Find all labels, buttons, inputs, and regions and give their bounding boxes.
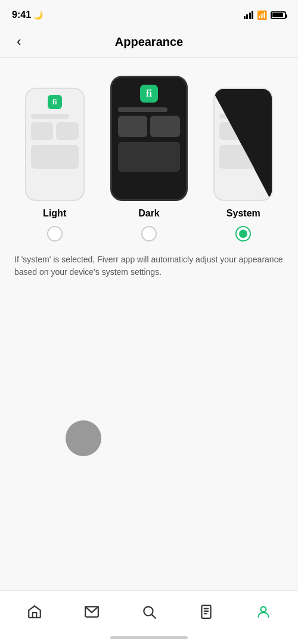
light-label: Light <box>43 208 66 219</box>
profile-icon <box>256 604 271 620</box>
messages-icon <box>84 604 100 620</box>
home-indicator <box>110 636 188 639</box>
status-icons: 📶 <box>244 10 287 20</box>
system-radio[interactable] <box>235 226 251 242</box>
light-radio[interactable] <box>47 226 63 242</box>
dark-label: Dark <box>138 208 160 219</box>
info-text: If 'system' is selected, Fiverr app will… <box>12 253 286 278</box>
wifi-icon: 📶 <box>257 10 267 20</box>
radio-dot-selected <box>239 230 247 238</box>
moon-icon: 🌙 <box>33 11 43 20</box>
theme-option-light[interactable]: fi Light <box>25 88 85 242</box>
nav-item-search[interactable] <box>132 599 166 624</box>
content-area: fi Light fi <box>0 58 298 278</box>
svg-line-2 <box>152 614 156 618</box>
dark-radio[interactable] <box>141 226 157 242</box>
light-phone-mockup: fi <box>25 88 85 201</box>
system-phone-mockup: fi <box>213 88 273 201</box>
nav-bar: ‹ Appearance <box>0 26 298 57</box>
theme-option-dark[interactable]: fi Dark <box>110 76 188 242</box>
battery-icon <box>271 11 286 19</box>
svg-point-7 <box>261 606 266 612</box>
back-button[interactable]: ‹ <box>12 32 26 52</box>
status-time: 9:41 <box>12 10 31 20</box>
dark-phone-mockup: fi <box>110 76 188 201</box>
theme-option-system[interactable]: fi System <box>213 88 273 242</box>
nav-item-orders[interactable] <box>189 599 224 624</box>
orders-icon <box>198 604 214 620</box>
status-bar: 9:41 🌙 📶 <box>0 0 298 26</box>
fiverr-logo-dark: fi <box>140 85 158 103</box>
home-icon <box>27 604 42 620</box>
page-title: Appearance <box>115 35 184 49</box>
system-label: System <box>226 208 260 219</box>
search-icon <box>141 604 157 620</box>
nav-item-home[interactable] <box>17 599 52 624</box>
signal-icon <box>244 11 254 19</box>
theme-options: fi Light fi <box>12 76 286 242</box>
fiverr-logo-light: fi <box>48 95 62 109</box>
gray-blob <box>66 420 101 456</box>
nav-item-profile[interactable] <box>246 599 281 624</box>
system-dark-overlay <box>213 89 272 201</box>
nav-item-messages[interactable] <box>74 599 109 624</box>
